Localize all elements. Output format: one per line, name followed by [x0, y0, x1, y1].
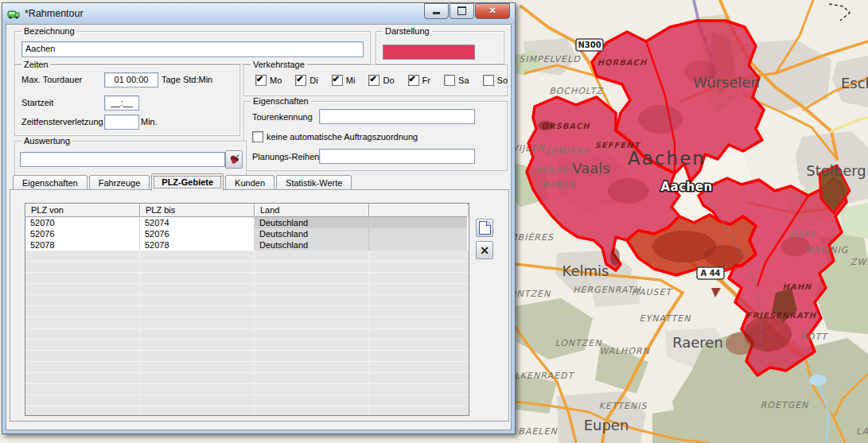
map-label-kettenis: KETTENIS [599, 401, 648, 411]
map-label-aachen-city: Aachen [628, 148, 706, 169]
map-label-walhorn: WALHORN [599, 346, 651, 356]
zeitfenster-label: Zeitfensterverletzung [21, 117, 103, 126]
column-header-blank[interactable] [369, 204, 467, 217]
column-header-land[interactable]: Land [255, 204, 369, 217]
group-bezeichnung-label: Bezeichnung [21, 26, 77, 36]
checkbox-do-label: Do [383, 76, 394, 85]
map-label-lemiers: LEMIERS [546, 146, 589, 157]
cell-plz-von[interactable]: 52070 [25, 217, 140, 228]
group-eigenschaften-label: Eigenschaften [251, 96, 311, 106]
dialog-client-area: Bezeichnung Aachen Darstellung Zeiten Ma… [6, 24, 512, 430]
column-header-plz-bis[interactable]: PLZ bis [140, 204, 255, 217]
minimize-button[interactable] [424, 3, 449, 19]
map-label-eynatten: EYNATTEN [640, 313, 692, 324]
table-row[interactable]: 52076 52076 Deutschland [25, 228, 469, 239]
map-label-friesenrath: FRIESENRATH [746, 311, 817, 320]
cell-blank[interactable] [369, 217, 467, 228]
cell-blank[interactable] [369, 239, 467, 251]
cell-land[interactable]: Deutschland [255, 239, 369, 251]
checkbox-mi[interactable] [332, 75, 343, 86]
tab-kunden[interactable]: Kunden [225, 175, 274, 190]
tab-bar: Eigenschaften Fahrzeuge PLZ-Gebiete Kund… [13, 173, 353, 190]
checkbox-di[interactable] [295, 75, 306, 86]
group-bezeichnung: Bezeichnung Aachen [14, 31, 371, 64]
group-eigenschaften: Eigenschaften Tourenkennung keine automa… [243, 101, 508, 171]
tour-name-label: Aachen [660, 180, 712, 194]
cell-land[interactable]: Deutschland [255, 228, 369, 239]
checkbox-mo[interactable] [255, 75, 267, 86]
tourenkennung-input[interactable] [319, 109, 475, 124]
map-label-welkenraedt: ELKENRAEDT [508, 371, 575, 381]
darstellung-color-swatch[interactable] [383, 45, 475, 60]
road-sign-n300: N300 [576, 39, 603, 51]
map-label-orsbach: ORSBACH [541, 122, 590, 130]
map-label-rott: ROTT [800, 332, 828, 342]
group-auswertung-label: Auswertung [21, 136, 72, 146]
group-verkehrstage-label: Verkehrstage [251, 60, 307, 69]
startzeit-label: Startzeit [21, 98, 53, 107]
auswertung-icon [229, 154, 239, 165]
checkbox-do[interactable] [368, 75, 380, 86]
max-tourdauer-input[interactable]: 01 00:00 [104, 72, 158, 87]
column-header-plz-von[interactable]: PLZ von [25, 204, 140, 217]
maximize-button[interactable] [450, 3, 474, 19]
window-titlebar[interactable]: *Rahmentour ✕ [2, 3, 515, 23]
checkbox-fr[interactable] [408, 75, 419, 86]
map-label-raeren: Raeren [672, 334, 723, 351]
map-label-lontzen: LONTZEN [555, 338, 602, 348]
delete-row-button[interactable]: ✕ [476, 241, 493, 259]
tab-plz-gebiete[interactable]: PLZ-Gebiete [151, 173, 224, 191]
group-darstellung-label: Darstellung [383, 26, 432, 36]
close-button[interactable]: ✕ [475, 3, 510, 19]
checkbox-so-label: So [497, 76, 508, 85]
table-row[interactable]: 52070 52074 Deutschland [25, 217, 469, 228]
planungs-reihenfolge-input[interactable] [319, 149, 475, 164]
tab-statistik-werte[interactable]: Statistik-Werte [276, 175, 352, 190]
cell-plz-bis[interactable]: 52076 [140, 228, 255, 239]
group-verkehrstage: Verkehrstage Mo Di Mi Do Fr Sa So [243, 64, 508, 96]
auswertung-input[interactable] [20, 152, 225, 167]
map-label-holset: HOLSET [535, 165, 576, 175]
zeitfenster-input[interactable] [104, 115, 139, 130]
map-label-la-cut: LA [856, 426, 868, 437]
startzeit-input[interactable]: __:__ [104, 95, 139, 111]
map-label-hahn: HAHN [783, 282, 812, 291]
checkbox-so[interactable] [483, 75, 494, 86]
tab-fahrzeuge[interactable]: Fahrzeuge [89, 175, 150, 190]
table-row[interactable]: 52078 52078 Deutschland [25, 239, 469, 251]
group-zeiten: Zeiten Max. Tourdauer 01 00:00 Tage Std:… [14, 64, 240, 136]
window-title: *Rahmentour [25, 8, 424, 19]
checkbox-mo-label: Mo [270, 76, 282, 85]
plz-table-header: PLZ von PLZ bis Land [25, 204, 469, 217]
map-label-roetgen: ROETGEN [761, 400, 809, 410]
map-label-vaals: Vaals [572, 160, 609, 177]
map-label-baelen: BAELEN [518, 426, 558, 437]
cell-plz-von[interactable]: 52076 [25, 228, 140, 239]
map-label-zweifall-cut: ZWE [850, 257, 868, 267]
cell-blank[interactable] [369, 228, 467, 239]
checkbox-sa[interactable] [444, 75, 455, 86]
map-label-esch: Esch [841, 75, 868, 91]
road-sign-a44: A 44 [697, 267, 724, 279]
max-tourdauer-label: Max. Tourdauer [21, 75, 82, 84]
checkbox-keine-auto[interactable] [252, 131, 263, 142]
tab-eigenschaften[interactable]: Eigenschaften [13, 175, 88, 190]
table-empty-area [25, 251, 469, 415]
cell-plz-bis[interactable]: 52074 [140, 217, 255, 228]
cell-plz-von[interactable]: 52078 [25, 239, 140, 251]
cell-land[interactable]: Deutschland [255, 217, 369, 228]
plz-gebiete-panel: PLZ von PLZ bis Land 52070 52074 Deutsch… [10, 189, 509, 422]
map-label-breinig: BREINIG [807, 245, 849, 255]
zeitfenster-unit: Min. [141, 117, 158, 126]
group-auswertung: Auswertung [14, 141, 247, 177]
add-row-button[interactable] [476, 219, 493, 237]
checkbox-keine-auto-label: keine automatische Auftragszuordnung [267, 132, 418, 142]
map-label-dorff: ORFF [790, 230, 817, 240]
auswertung-browse-button[interactable] [225, 150, 243, 169]
map-label-vijlen: VIJLEN [512, 143, 545, 153]
delete-x-icon: ✕ [480, 245, 489, 256]
tourenkennung-label: Tourenkennung [252, 112, 313, 122]
map-label-eupen: Eupen [584, 417, 629, 433]
cell-plz-bis[interactable]: 52078 [140, 239, 255, 251]
bezeichnung-input[interactable]: Aachen [21, 41, 364, 57]
